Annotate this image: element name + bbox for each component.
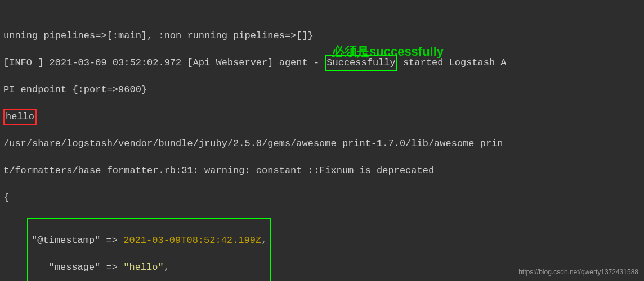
event-object-1: "@timestamp" => 2021-03-09T08:52:42.199Z… <box>27 218 271 281</box>
stdin-input: hello <box>3 110 641 124</box>
log-line: unning_pipelines=>[:main], :non_running_… <box>3 29 641 43</box>
annotation-text: 必须是successfully <box>332 45 444 58</box>
input-hello: hello <box>3 109 37 125</box>
warning-line: /usr/share/logstash/vendor/bundle/jruby/… <box>3 137 641 151</box>
terminal-pane[interactable]: unning_pipelines=>[:main], :non_running_… <box>0 0 644 281</box>
warning-line: t/formatters/base_formatter.rb:31: warni… <box>3 164 641 178</box>
log-line: PI endpoint {:port=>9600} <box>3 83 641 97</box>
log-line: [INFO ] 2021-03-09 03:52:02.972 [Api Web… <box>3 56 641 70</box>
watermark: https://blog.csdn.net/qwerty1372431588 <box>518 265 638 279</box>
brace-open: { <box>3 191 641 205</box>
